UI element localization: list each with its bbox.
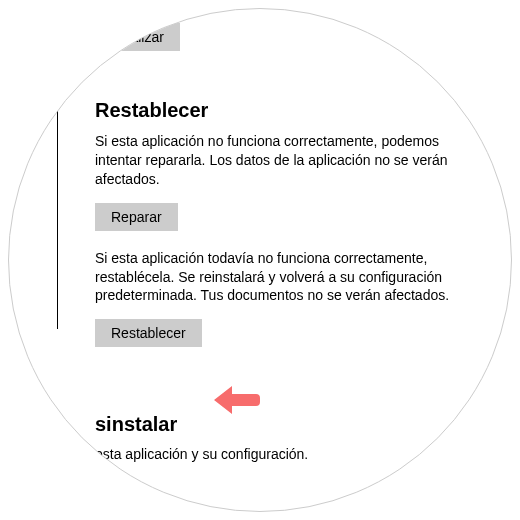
repair-description: Si esta aplicación no funciona correctam… <box>95 132 489 189</box>
reset-section: Restablecer Si esta aplicación no funcio… <box>59 99 499 365</box>
settings-panel: nte esta aplica . Finalizar Restablecer … <box>59 8 499 462</box>
truncated-top-text: nte esta aplica . <box>59 8 499 15</box>
reset-button[interactable]: Restablecer <box>95 319 202 347</box>
section-divider-line <box>57 109 58 329</box>
uninstall-section-title-fragment: sinstalar <box>59 413 499 436</box>
reset-description: Si esta aplicación todavía no funciona c… <box>95 249 489 306</box>
finalize-button[interactable]: Finalizar <box>95 23 180 51</box>
uninstall-description-fragment: esta aplicación y su configuración. <box>59 446 499 462</box>
repair-button[interactable]: Reparar <box>95 203 178 231</box>
reset-section-title: Restablecer <box>95 99 489 122</box>
circular-viewport: nte esta aplica . Finalizar Restablecer … <box>8 8 512 512</box>
